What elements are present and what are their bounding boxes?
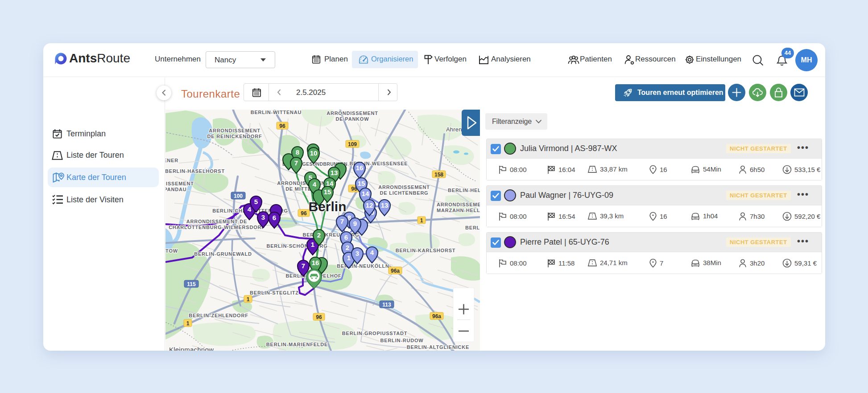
svg-text:SPANDAU: SPANDAU [165,187,187,192]
svg-text:96a: 96a [391,268,400,274]
svg-text:14: 14 [362,190,369,197]
svg-text:BERLIN-STEGLITZ: BERLIN-STEGLITZ [250,290,299,295]
svg-text:96: 96 [316,314,322,320]
svg-text:1: 1 [247,296,250,303]
svg-text:16: 16 [312,259,319,266]
svg-text:DISSEMENT: DISSEMENT [165,181,194,186]
svg-text:ARRONDISSEMENT: ARRONDISSEMENT [327,111,378,116]
svg-text:15: 15 [324,188,331,196]
svg-text:ARRONDISSEMENT: ARRONDISSEMENT [277,180,329,186]
svg-text:DE REINICKENDORF: DE REINICKENDORF [207,134,262,139]
svg-text:ARRONDISSEMENT: ARRONDISSEMENT [437,202,480,207]
svg-text:BERLIN-GROPIUSSTADT: BERLIN-GROPIUSSTADT [342,331,407,336]
svg-text:DE LICHTENBERG: DE LICHTENBERG [380,190,429,196]
svg-text:6: 6 [273,214,276,221]
svg-text:2: 2 [317,231,321,239]
svg-text:15: 15 [358,180,365,187]
svg-text:4: 4 [313,180,317,188]
svg-text:BERLIN-NEUKÖLLN: BERLIN-NEUKÖLLN [337,263,389,269]
svg-text:4: 4 [370,249,374,256]
svg-text:109: 109 [348,141,357,147]
svg-text:BERLIN-HASELHORST: BERLIN-HASELHORST [165,168,225,174]
svg-text:BERLIN-GRUNEWALD: BERLIN-GRUNEWALD [194,251,252,257]
svg-text:4: 4 [248,205,252,213]
svg-text:BERLIN-MARIENFELDE: BERLIN-MARIENFELDE [266,342,328,347]
svg-text:DE PANKOW: DE PANKOW [336,116,369,122]
svg-text:BERLIN-WITTENAU: BERLIN-WITTENAU [251,110,302,115]
svg-text:1: 1 [311,241,314,248]
svg-text:ARRONDISSEMENT: ARRONDISSEMENT [378,184,430,190]
svg-text:9: 9 [353,220,357,227]
svg-text:113: 113 [382,302,391,308]
svg-text:100: 100 [234,193,243,199]
svg-text:7: 7 [340,217,344,225]
svg-text:158: 158 [434,172,443,178]
svg-text:3: 3 [355,250,359,257]
svg-text:7: 7 [302,262,305,270]
svg-text:16: 16 [356,164,364,172]
svg-text:1: 1 [347,254,351,262]
svg-text:13: 13 [381,201,389,209]
svg-text:96: 96 [279,123,285,129]
svg-text:12: 12 [366,201,373,209]
svg-text:115: 115 [187,281,196,287]
svg-text:Kleinmachnow: Kleinmachnow [169,346,214,351]
svg-text:DE MITTE: DE MITTE [285,186,311,192]
svg-text:96a: 96a [432,313,441,319]
svg-text:96: 96 [301,210,307,217]
svg-text:BERLIN-ALTGLIENICKE: BERLIN-ALTGLIENICKE [407,344,469,350]
svg-text:BERLIN-KAULSDORF: BERLIN-KAULSDORF [465,225,480,230]
svg-text:2: 2 [346,244,349,251]
svg-text:1: 1 [186,320,190,327]
svg-text:13: 13 [331,169,338,176]
svg-text:BERLIN-ZEHLENDORF: BERLIN-ZEHLENDORF [189,313,248,318]
svg-text:CHARLOTTENBURG-WILMERSDORF: CHARLOTTENBURG-WILMERSDORF [169,225,265,230]
svg-text:ENER: ENER [165,158,178,163]
svg-text:1: 1 [420,217,423,224]
svg-text:BERLIN-HELLERSDORF: BERLIN-HELLERSDORF [448,188,480,193]
svg-text:BERLIN-RUDOW: BERLIN-RUDOW [380,338,424,343]
svg-text:ARRONDISSEMENT DE: ARRONDISSEMENT DE [186,219,247,224]
svg-text:6: 6 [344,233,348,241]
svg-text:ARRONDISSEMENT: ARRONDISSEMENT [209,128,260,133]
svg-text:BERLIN-KARLSHORST: BERLIN-KARLSHORST [396,248,456,253]
svg-text:TOW: TOW [165,248,178,254]
svg-text:8: 8 [296,148,299,156]
svg-text:MARZAHN-HELLERSDORF: MARZAHN-HELLERSDORF [437,208,480,213]
svg-text:3: 3 [261,213,265,221]
svg-text:7: 7 [294,159,298,167]
svg-text:5: 5 [254,198,258,205]
svg-text:10: 10 [310,149,318,157]
